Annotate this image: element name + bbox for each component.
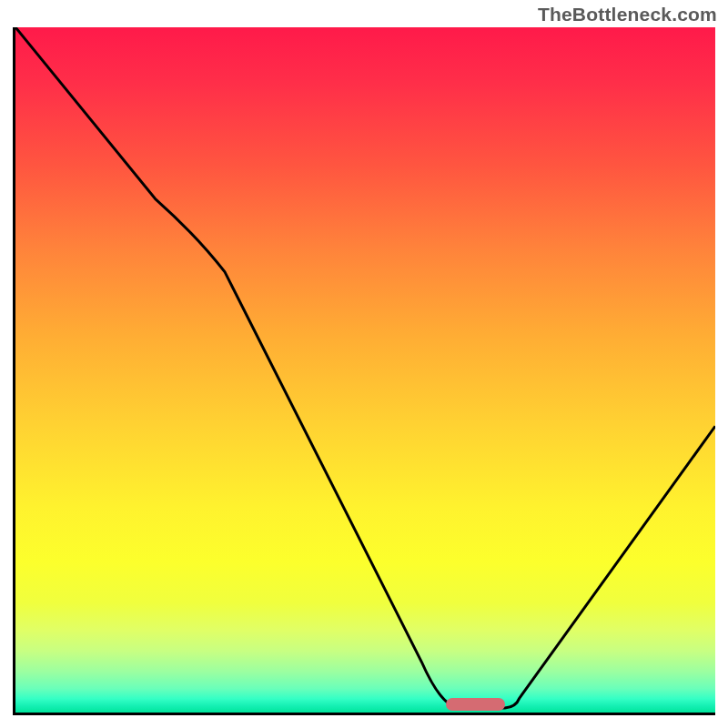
- curve-path: [15, 27, 715, 708]
- optimal-range-marker: [446, 698, 505, 711]
- chart-plot-area: [13, 27, 715, 715]
- watermark-text: TheBottleneck.com: [538, 4, 717, 25]
- bottleneck-curve: [15, 27, 715, 713]
